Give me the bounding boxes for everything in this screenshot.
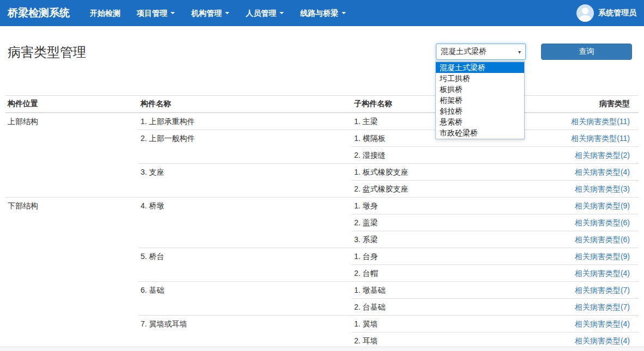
component-name-cell: 6. 基础	[138, 282, 352, 316]
nav-item-3[interactable]: 人员管理	[238, 0, 292, 26]
subcomponent-name-cell: 2. 盖梁	[352, 214, 537, 231]
subcomponent-name-cell: 2. 台帽	[352, 265, 537, 282]
disease-type-cell: 相关病害类型(11)	[537, 113, 639, 130]
related-disease-type-link[interactable]: 相关病害类型(2)	[575, 151, 630, 159]
related-disease-type-link[interactable]: 相关病害类型(4)	[575, 336, 630, 345]
related-disease-type-link[interactable]: 相关病害类型(4)	[575, 269, 630, 278]
disease-table-body: 上部结构1. 上部承重构件1. 主梁相关病害类型(11)2. 上部一般构件1. …	[5, 113, 639, 349]
table-row: 下部结构4. 桥墩1. 墩身相关病害类型(9)	[5, 198, 639, 214]
subcomponent-name-cell: 1. 板式橡胶支座	[352, 164, 537, 181]
column-header-1: 构件名称	[138, 96, 352, 113]
nav-item-label: 线路与桥梁	[300, 0, 338, 26]
subcomponent-name-cell: 2. 湿接缝	[352, 147, 537, 164]
subcomponent-name-cell: 2. 盆式橡胶支座	[352, 181, 537, 198]
subcomponent-name-cell: 1. 墩基础	[352, 282, 537, 299]
subcomponent-name-cell: 3. 系梁	[352, 231, 537, 248]
related-disease-type-link[interactable]: 相关病害类型(9)	[575, 252, 630, 261]
bridge-type-option-6[interactable]: 市政砼梁桥	[436, 127, 524, 138]
bridge-type-option-0[interactable]: 混凝土式梁桥	[436, 62, 524, 73]
table-row: 上部结构1. 上部承重构件1. 主梁相关病害类型(11)	[5, 113, 639, 130]
bridge-type-option-5[interactable]: 悬索桥	[436, 116, 524, 127]
related-disease-type-link[interactable]: 相关病害类型(7)	[575, 286, 630, 294]
chevron-down-icon	[225, 12, 229, 14]
related-disease-type-link[interactable]: 相关病害类型(11)	[571, 117, 630, 126]
disease-type-cell: 相关病害类型(6)	[537, 231, 639, 248]
related-disease-type-link[interactable]: 相关病害类型(4)	[575, 168, 630, 176]
related-disease-type-link[interactable]: 相关病害类型(6)	[575, 235, 630, 244]
disease-type-cell: 相关病害类型(9)	[537, 248, 639, 265]
table-header-row: 构件位置构件名称子构件名称病害类型	[5, 96, 639, 113]
chevron-down-icon: ▾	[518, 49, 521, 55]
component-name-cell: 3. 支座	[138, 164, 352, 198]
disease-type-cell: 相关病害类型(4)	[537, 316, 639, 332]
nav-item-0[interactable]: 开始检测	[82, 0, 129, 26]
user-menu[interactable]: 系统管理员	[576, 4, 636, 22]
main-content: 病害类型管理 混凝土式梁桥 ▾ 查询 混凝土式梁桥圬工拱桥板拱桥桁架桥斜拉桥悬索…	[0, 26, 644, 349]
nav-item-label: 开始检测	[90, 0, 120, 26]
nav-item-label: 项目管理	[137, 0, 167, 26]
nav-item-label: 人员管理	[246, 0, 276, 26]
bridge-type-selected-value: 混凝土式梁桥	[441, 47, 518, 57]
disease-type-cell: 相关病害类型(2)	[537, 147, 639, 164]
subcomponent-name-cell: 1. 台身	[352, 248, 537, 265]
component-name-cell: 2. 上部一般构件	[138, 130, 352, 164]
bridge-type-dropdown: 混凝土式梁桥圬工拱桥板拱桥桁架桥斜拉桥悬索桥市政砼梁桥	[435, 61, 525, 139]
disease-type-cell: 相关病害类型(4)	[537, 164, 639, 181]
related-disease-type-link[interactable]: 相关病害类型(9)	[575, 201, 630, 210]
bridge-type-option-1[interactable]: 圬工拱桥	[436, 73, 524, 84]
nav-item-label: 机构管理	[191, 0, 222, 26]
column-header-3: 病害类型	[537, 96, 639, 113]
component-position-cell: 上部结构	[5, 113, 138, 198]
disease-type-cell: 相关病害类型(3)	[537, 181, 639, 198]
related-disease-type-link[interactable]: 相关病害类型(11)	[571, 134, 630, 143]
user-avatar-icon	[576, 4, 594, 22]
nav-item-1[interactable]: 项目管理	[129, 0, 183, 26]
component-name-cell: 1. 上部承重构件	[138, 113, 352, 130]
user-name: 系统管理员	[598, 8, 636, 18]
bridge-type-option-2[interactable]: 板拱桥	[436, 84, 524, 95]
disease-type-cell: 相关病害类型(6)	[537, 214, 639, 231]
component-name-cell: 7. 翼墙或耳墙	[138, 316, 352, 349]
chevron-down-icon	[280, 12, 284, 14]
chevron-down-icon	[342, 12, 346, 14]
bridge-type-option-3[interactable]: 桁架桥	[436, 95, 524, 106]
disease-type-cell: 相关病害类型(7)	[537, 282, 639, 299]
related-disease-type-link[interactable]: 相关病害类型(7)	[575, 303, 630, 311]
query-button[interactable]: 查询	[541, 44, 632, 60]
horizontal-scrollbar[interactable]	[0, 347, 644, 351]
brand-title[interactable]: 桥梁检测系统	[8, 6, 70, 20]
disease-type-cell: 相关病害类型(11)	[537, 130, 639, 147]
chevron-down-icon	[171, 12, 175, 14]
top-navbar: 桥梁检测系统 开始检测项目管理机构管理人员管理线路与桥梁 系统管理员	[0, 0, 644, 26]
bridge-type-option-4[interactable]: 斜拉桥	[436, 106, 524, 116]
component-name-cell: 4. 桥墩	[138, 198, 352, 248]
nav-item-4[interactable]: 线路与桥梁	[292, 0, 354, 26]
component-position-cell: 下部结构	[5, 198, 138, 349]
related-disease-type-link[interactable]: 相关病害类型(6)	[575, 218, 630, 227]
component-name-cell: 5. 桥台	[138, 248, 352, 282]
bridge-type-select[interactable]: 混凝土式梁桥 ▾	[436, 44, 526, 60]
nav-menu: 开始检测项目管理机构管理人员管理线路与桥梁	[82, 0, 354, 26]
subcomponent-name-cell: 2. 台基础	[352, 299, 537, 316]
disease-type-table: 构件位置构件名称子构件名称病害类型 上部结构1. 上部承重构件1. 主梁相关病害…	[5, 95, 639, 349]
disease-type-cell: 相关病害类型(7)	[537, 299, 639, 316]
related-disease-type-link[interactable]: 相关病害类型(3)	[575, 184, 630, 193]
column-header-0: 构件位置	[5, 96, 138, 113]
subcomponent-name-cell: 1. 翼墙	[352, 316, 537, 332]
nav-item-2[interactable]: 机构管理	[183, 0, 238, 26]
disease-type-cell: 相关病害类型(9)	[537, 198, 639, 214]
subcomponent-name-cell: 1. 墩身	[352, 198, 537, 214]
related-disease-type-link[interactable]: 相关病害类型(4)	[575, 319, 630, 328]
disease-type-cell: 相关病害类型(4)	[537, 265, 639, 282]
